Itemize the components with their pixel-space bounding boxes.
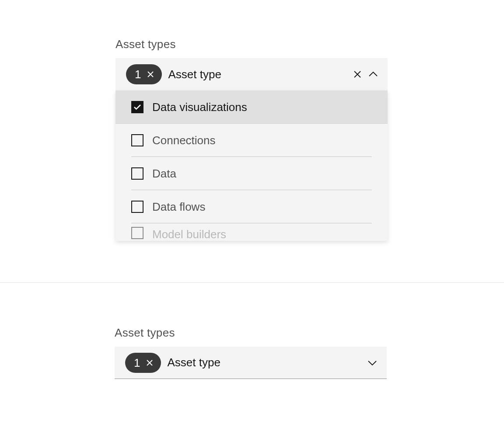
chevron-down-icon[interactable]	[368, 360, 377, 366]
clear-selection-icon[interactable]	[145, 358, 154, 367]
multiselect-trigger[interactable]: 1 Asset type	[116, 58, 388, 90]
multiselect-dropdown: Data visualizations Connections Data Dat…	[116, 90, 388, 241]
multiselect-closed-example: Asset types 1 Asset type	[115, 326, 387, 379]
checkbox-unchecked[interactable]	[131, 134, 144, 146]
horizontal-divider	[0, 282, 504, 283]
field-label: Asset types	[116, 38, 388, 51]
checkbox-checked[interactable]	[131, 101, 144, 113]
selection-count-pill: 1	[126, 64, 162, 84]
option-model-builders[interactable]: Model builders	[116, 223, 388, 241]
multiselect-actions	[353, 70, 378, 79]
option-data-flows[interactable]: Data flows	[116, 190, 388, 223]
multiselect-actions	[368, 360, 377, 366]
checkbox-unchecked[interactable]	[131, 167, 144, 180]
chevron-up-icon[interactable]	[368, 71, 378, 77]
option-label: Data flows	[152, 200, 205, 214]
option-data-visualizations[interactable]: Data visualizations	[116, 90, 388, 124]
checkbox-unchecked[interactable]	[131, 201, 144, 213]
selection-count-pill: 1	[125, 353, 161, 373]
field-label: Asset types	[115, 326, 387, 340]
selection-count: 1	[134, 357, 140, 368]
checkbox-unchecked[interactable]	[131, 227, 144, 239]
multiselect-placeholder: Asset type	[167, 356, 220, 369]
selection-count: 1	[135, 69, 141, 80]
multiselect-placeholder: Asset type	[168, 68, 221, 81]
option-data[interactable]: Data	[116, 157, 388, 190]
multiselect-trigger[interactable]: 1 Asset type	[115, 347, 387, 379]
option-label: Connections	[152, 134, 216, 147]
multiselect-open-example: Asset types 1 Asset type Data visualizat…	[116, 38, 388, 241]
clear-selection-icon[interactable]	[146, 70, 155, 79]
option-label: Data	[152, 167, 176, 181]
option-connections[interactable]: Connections	[116, 124, 388, 157]
option-label: Data visualizations	[152, 101, 247, 114]
clear-all-icon[interactable]	[353, 70, 362, 79]
option-label: Model builders	[152, 228, 226, 241]
